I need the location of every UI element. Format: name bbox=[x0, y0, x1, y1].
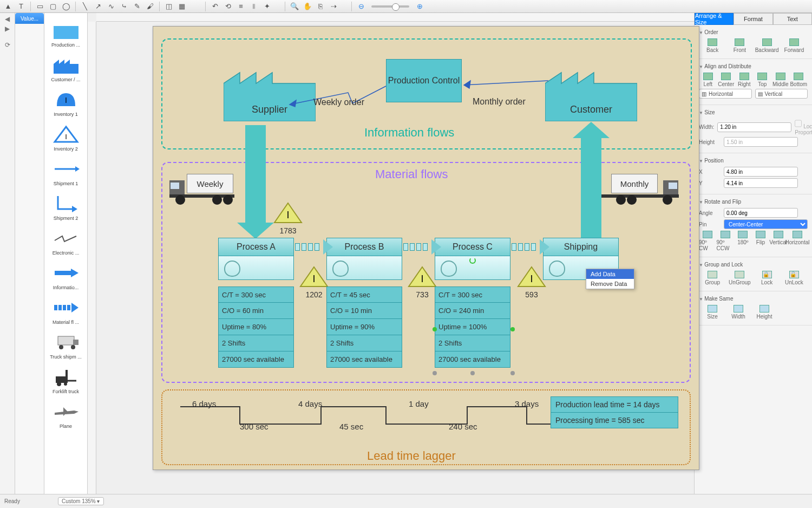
magic-icon[interactable]: ✦ bbox=[261, 1, 273, 12]
palette-customer[interactable]: Customer / ... bbox=[44, 55, 87, 82]
inventory-3[interactable]: I733 bbox=[408, 266, 437, 299]
context-remove-data[interactable]: Remove Data bbox=[586, 279, 634, 289]
align-icon[interactable]: ≡ bbox=[235, 1, 247, 12]
palette-truck[interactable]: Truck shipm ... bbox=[44, 333, 87, 360]
order-front-button[interactable]: Front bbox=[729, 38, 750, 53]
order-forward-button[interactable]: Forward bbox=[784, 38, 804, 53]
align-left-button[interactable]: Left bbox=[699, 73, 717, 87]
same-height-button[interactable]: Height bbox=[754, 305, 775, 320]
lock-button[interactable]: 🔒Lock bbox=[757, 271, 777, 285]
flip-h-button[interactable]: Horizontal bbox=[787, 231, 808, 251]
zoom-slider[interactable] bbox=[371, 5, 409, 8]
push-arrow-2[interactable] bbox=[403, 242, 433, 252]
canvas[interactable]: Information flows Supplier Customer Prod… bbox=[88, 13, 694, 494]
selection-handle[interactable] bbox=[433, 327, 437, 331]
data-table-a[interactable]: C/T = 300 secC/O = 60 minUptime = 80%2 S… bbox=[218, 286, 294, 368]
production-control-shape[interactable]: Production Control bbox=[386, 59, 462, 102]
palette-informatio[interactable]: Informatio... bbox=[44, 263, 87, 290]
distribute-h-select[interactable]: ▥ Horizontal bbox=[699, 89, 752, 99]
eyedrop-icon[interactable]: ⎘ bbox=[315, 1, 326, 12]
rotate-180-button[interactable]: 180º bbox=[734, 231, 752, 251]
height-input[interactable] bbox=[724, 137, 798, 147]
tab-format[interactable]: Format bbox=[734, 13, 772, 25]
rotate-handle[interactable] bbox=[469, 257, 476, 264]
pencil-tool-icon[interactable]: ✎ bbox=[131, 1, 143, 12]
lead-time-ladder[interactable] bbox=[180, 400, 570, 434]
same-width-button[interactable]: Width bbox=[728, 305, 749, 320]
undo-icon[interactable]: ↶ bbox=[209, 1, 221, 12]
align-top-button[interactable]: Top bbox=[754, 73, 772, 87]
line-tool-icon[interactable]: ╲ bbox=[79, 1, 91, 12]
align-center-button[interactable]: Center bbox=[717, 73, 736, 87]
palette-inventory2[interactable]: IInventory 2 bbox=[44, 125, 87, 152]
flip-button[interactable]: Flip bbox=[752, 231, 770, 251]
palette-plane[interactable]: Plane bbox=[44, 402, 87, 429]
table-tool-icon[interactable]: ▦ bbox=[176, 1, 188, 12]
ellipse-tool-icon[interactable]: ◯ bbox=[60, 1, 72, 12]
selection-handle[interactable] bbox=[470, 371, 475, 375]
data-table-b[interactable]: C/T = 45 secC/O = 10 minUptime = 90%2 Sh… bbox=[326, 286, 402, 368]
arrow-tool-icon[interactable]: ↗ bbox=[92, 1, 104, 12]
palette-shipment1[interactable]: Shipment 1 bbox=[44, 159, 87, 186]
push-arrow-3[interactable] bbox=[512, 242, 541, 252]
order-back-button[interactable]: Back bbox=[702, 38, 723, 53]
zoom-select[interactable]: Custom 135% ▾ bbox=[58, 497, 104, 505]
ship-arrow[interactable] bbox=[581, 137, 601, 241]
arc-tool-icon[interactable]: ⤷ bbox=[118, 1, 130, 12]
selection-handle[interactable] bbox=[510, 371, 515, 375]
hand-icon[interactable]: ✋ bbox=[302, 1, 313, 12]
diagram-page[interactable]: Information flows Supplier Customer Prod… bbox=[153, 26, 699, 470]
position-x-input[interactable] bbox=[724, 167, 798, 177]
library-tab[interactable]: Value... bbox=[15, 13, 44, 24]
inventory-2[interactable]: I1202 bbox=[299, 266, 329, 299]
connector-icon[interactable]: ⇢ bbox=[328, 1, 339, 12]
palette-materialfl[interactable]: Material fl ... bbox=[44, 298, 87, 325]
palette-inventory1[interactable]: IInventory 1 bbox=[44, 90, 87, 117]
unlock-button[interactable]: 🔓UnLock bbox=[784, 271, 804, 285]
distribute-icon[interactable]: ⫴ bbox=[248, 1, 260, 12]
palette-production[interactable]: Production ... bbox=[44, 21, 87, 48]
magnify-icon[interactable]: 🔍 bbox=[289, 1, 300, 12]
flip-v-button[interactable]: Vertical bbox=[769, 231, 787, 251]
pointer-tool-icon[interactable]: ▲ bbox=[2, 1, 14, 12]
ungroup-button[interactable]: UnGroup bbox=[729, 271, 750, 285]
inventory-1[interactable]: I1783 bbox=[273, 202, 303, 235]
rrect-tool-icon[interactable]: ▢ bbox=[47, 1, 59, 12]
align-bottom-button[interactable]: Bottom bbox=[790, 73, 808, 87]
lock-proportions-checkbox[interactable] bbox=[795, 119, 802, 128]
data-table-c[interactable]: C/T = 300 secC/O = 240 minUptime = 100%2… bbox=[435, 286, 510, 368]
selection-handle[interactable] bbox=[510, 327, 515, 331]
lead-summary[interactable]: Production lead time = 14 days Processin… bbox=[551, 396, 678, 428]
palette-electronic[interactable]: Electronic ... bbox=[44, 229, 87, 256]
nav-fwd-icon[interactable]: ▶ bbox=[5, 25, 10, 32]
align-middle-button[interactable]: Middle bbox=[771, 73, 790, 87]
angle-input[interactable] bbox=[724, 208, 798, 218]
push-arrow-1[interactable] bbox=[295, 242, 324, 252]
tab-arrange[interactable]: Arrange & Size bbox=[695, 13, 734, 25]
brush-tool-icon[interactable]: 🖌 bbox=[144, 1, 156, 12]
nav-refresh-icon[interactable]: ⟳ bbox=[5, 41, 10, 49]
monthly-order-arrow[interactable] bbox=[461, 75, 552, 92]
selection-handle[interactable] bbox=[433, 371, 437, 375]
customer-shape[interactable]: Customer bbox=[545, 62, 637, 121]
inventory-4[interactable]: I593 bbox=[517, 266, 546, 299]
text-tool-icon[interactable]: T bbox=[15, 1, 27, 12]
redo-icon[interactable]: ⟲ bbox=[222, 1, 234, 12]
tab-text[interactable]: Text bbox=[773, 13, 812, 25]
nav-back-icon[interactable]: ◀ bbox=[5, 15, 10, 23]
pin-select[interactable]: Center-Center bbox=[724, 219, 808, 229]
palette-forklift[interactable]: Forklift truck bbox=[44, 367, 87, 394]
distribute-v-select[interactable]: ▤ Vertical bbox=[755, 89, 808, 99]
rect-tool-icon[interactable]: ▭ bbox=[34, 1, 46, 12]
group-button[interactable]: Group bbox=[702, 271, 723, 285]
supply-arrow[interactable] bbox=[245, 125, 266, 224]
zoom-out-icon[interactable]: ⊖ bbox=[355, 1, 367, 12]
process-a[interactable]: Process A bbox=[218, 238, 294, 280]
zoom-in-icon[interactable]: ⊕ bbox=[414, 1, 425, 12]
rotate-90ccw-button[interactable]: 90º CCW bbox=[717, 231, 735, 251]
position-y-input[interactable] bbox=[724, 178, 798, 188]
align-right-button[interactable]: Right bbox=[735, 73, 754, 87]
rotate-90cw-button[interactable]: 90º CW bbox=[699, 231, 717, 251]
context-add-data[interactable]: Add Data bbox=[586, 269, 634, 279]
crop-tool-icon[interactable]: ◫ bbox=[163, 1, 175, 12]
